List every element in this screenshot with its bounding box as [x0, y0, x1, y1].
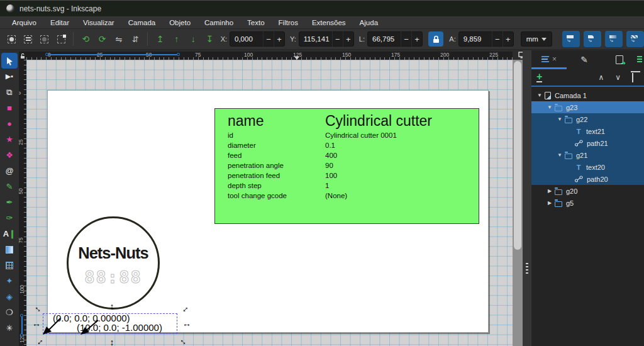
tree-row-path21[interactable]: path21 [531, 137, 644, 149]
unit-dropdown[interactable]: mm [521, 31, 552, 47]
horizontal-ruler[interactable]: 0 25 50 75 100 125 150 175 200 225 [26, 52, 513, 60]
calligraphy-tool[interactable]: ✑ [1, 210, 18, 226]
mesh-tool[interactable] [1, 257, 18, 273]
menu-editar[interactable]: Editar [43, 18, 76, 28]
gradient-tool[interactable] [1, 242, 18, 257]
menu-extensoes[interactable]: Extensões [305, 18, 353, 28]
logo-circle[interactable]: Nets-Nuts 88:88 [67, 216, 160, 310]
row-label: penetration feed [228, 172, 280, 179]
expander-icon[interactable]: ▶ [547, 200, 553, 206]
tree-row-camada1[interactable]: ▼ Camada 1 [531, 89, 644, 101]
select-all-layers-button[interactable] [20, 31, 35, 47]
pen-tool[interactable]: ✒ [1, 194, 18, 210]
shape-builder-tool[interactable]: ⧉ [1, 84, 18, 100]
expander-icon[interactable]: ▼ [536, 92, 543, 98]
divider-grip[interactable] [526, 263, 528, 276]
scale-gradient-toggle[interactable]: ⤷ [605, 31, 623, 47]
tab-objects[interactable]: × [531, 50, 567, 69]
menu-visualizar[interactable]: Visualizar [76, 18, 121, 28]
paint-bucket-tool[interactable]: ◈ [1, 289, 18, 304]
scale-handle-left[interactable]: ↔ [31, 318, 42, 328]
flip-horizontal-button[interactable]: ⇋ [111, 31, 126, 47]
spiral-tool[interactable]: @ [1, 163, 18, 179]
expander-icon[interactable]: ▶ [547, 188, 553, 194]
menu-camada[interactable]: Camada [121, 18, 162, 28]
tab-fill-stroke[interactable]: ✎ [567, 50, 602, 69]
expander-icon[interactable]: ▼ [557, 116, 563, 122]
rectangle-tool[interactable]: ■ [1, 100, 18, 116]
scrollbar-thumb[interactable] [514, 61, 521, 250]
tree-row-g21[interactable]: ▼ g21 [531, 149, 644, 161]
selection-box-button[interactable] [53, 31, 69, 47]
move-up-button[interactable]: ∧ [592, 73, 609, 82]
ellipse-tool[interactable]: ● [1, 116, 18, 131]
tree-row-path20[interactable]: path20 [531, 173, 644, 185]
scale-handle-right[interactable]: ↔ [182, 318, 192, 328]
menu-filtros[interactable]: Filtros [272, 18, 305, 28]
dropper-tool[interactable]: ✦ [1, 273, 18, 289]
text-tool[interactable]: A❙ [1, 226, 18, 242]
vertical-ruler[interactable]: 0 25 50 75 100 125 [19, 60, 26, 346]
menu-arquivo[interactable]: Arquivo [5, 18, 43, 28]
scale-handle-bottom[interactable]: ↕ [107, 337, 117, 346]
y-input[interactable]: 115,141 [299, 35, 332, 43]
tree-row-g5[interactable]: ▶ g5 [531, 197, 644, 209]
tab-export[interactable] [602, 50, 637, 69]
height-increment-button[interactable]: + [502, 31, 513, 47]
node-tool[interactable]: ▶▪ [1, 69, 18, 84]
menu-texto[interactable]: Texto [240, 18, 272, 28]
scale-stroke-toggle[interactable]: ⤷ [562, 31, 580, 47]
ruler-corner[interactable] [19, 52, 26, 60]
y-increment-button[interactable]: + [343, 31, 353, 47]
menu-objeto[interactable]: Objeto [162, 18, 197, 28]
y-decrement-button[interactable]: − [332, 31, 343, 47]
rotate-ccw-button[interactable]: ⟲ [78, 31, 93, 47]
panel-divider[interactable] [523, 50, 531, 346]
rotate-cw-button[interactable]: ⟳ [95, 31, 110, 47]
x-increment-button[interactable]: + [274, 31, 284, 47]
width-input[interactable]: 66,795 [368, 35, 401, 43]
close-icon[interactable]: × [552, 55, 557, 64]
add-layer-button[interactable]: + [536, 72, 542, 82]
spray-tool[interactable]: ✳ [1, 320, 18, 336]
height-input[interactable]: 9,859 [459, 35, 492, 43]
deselect-button[interactable] [37, 31, 52, 47]
menu-ajuda[interactable]: Ajuda [353, 18, 385, 28]
scale-handle-top[interactable]: ↕ [107, 301, 117, 311]
tree-row-g22[interactable]: ▼ g22 [531, 113, 644, 125]
height-decrement-button[interactable]: − [492, 31, 502, 47]
tree-row-g20[interactable]: ▶ g20 [531, 185, 644, 197]
tree-row-text20[interactable]: T text20 [531, 161, 644, 173]
tool-properties-table[interactable]: name Cylindrical cutter idCylindrical cu… [214, 108, 479, 224]
flip-vertical-button[interactable]: ⇵ [128, 31, 143, 47]
raise-to-top-button[interactable]: ↥ [152, 31, 167, 47]
tweak-tool[interactable]: ❍ [1, 304, 18, 320]
star-tool[interactable]: ★ [1, 131, 18, 147]
tree-row-g23[interactable]: ▼ g23 [531, 101, 644, 113]
width-decrement-button[interactable]: − [401, 31, 411, 47]
scale-handle-bottom-right[interactable]: ↔ [177, 334, 192, 346]
x-input[interactable]: 0,000 [230, 35, 263, 43]
canvas[interactable]: name Cylindrical cutter idCylindrical cu… [26, 60, 513, 346]
lower-to-bottom-button[interactable]: ↧ [202, 31, 217, 47]
tree-row-text21[interactable]: T text21 [531, 125, 644, 137]
pencil-tool[interactable]: ✎ [1, 179, 18, 194]
selector-tool[interactable] [1, 53, 18, 69]
menu-caminho[interactable]: Caminho [197, 18, 240, 28]
width-increment-button[interactable]: + [411, 31, 422, 47]
move-down-button[interactable]: ∨ [609, 73, 626, 82]
tab-partial[interactable] [637, 50, 644, 69]
lower-button[interactable]: ↓ [186, 31, 201, 47]
x-decrement-button[interactable]: − [263, 31, 274, 47]
delete-object-button[interactable] [626, 73, 639, 82]
scale-corners-toggle[interactable]: ⤷ [584, 31, 601, 47]
box3d-tool[interactable]: ❖ [1, 147, 18, 163]
scale-pattern-toggle[interactable]: ⤷ [626, 31, 644, 47]
raise-button[interactable]: ↑ [169, 31, 184, 47]
select-all-button[interactable] [4, 31, 19, 47]
lock-ratio-button[interactable] [428, 31, 443, 47]
scale-handle-bottom-left[interactable]: ↔ [32, 334, 47, 346]
expander-icon[interactable]: ▼ [557, 152, 563, 158]
expander-icon[interactable]: ▼ [547, 104, 553, 110]
vertical-scrollbar[interactable] [513, 60, 523, 346]
